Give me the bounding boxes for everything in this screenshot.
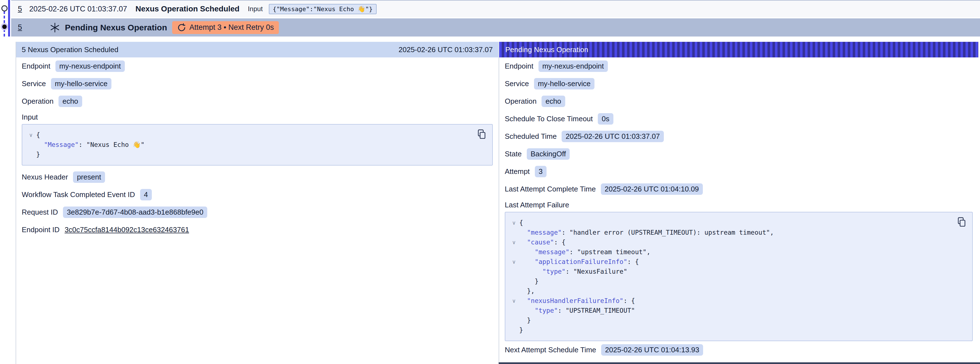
pending-panel-header: Pending Nexus Operation: [499, 42, 978, 57]
field-state-value: BackingOff: [527, 148, 570, 160]
field-last-attempt-complete-time-value: 2025-02-26 UTC 01:04:10.09: [601, 184, 703, 195]
field-endpoint: Endpoint my-nexus-endpoint: [22, 57, 493, 75]
endpoint-id-link[interactable]: 3c0c75ccfa8144b092c13ce632463761: [65, 225, 189, 234]
code-gutter: [509, 247, 519, 257]
field-endpoint-value: my-nexus-endpoint: [56, 61, 125, 72]
field-operation-value: echo: [541, 96, 565, 107]
event-detail-panels: 5 Nexus Operation Scheduled 2025-02-26 U…: [16, 42, 978, 364]
field-wft-completed-event-id-value: 4: [140, 189, 152, 200]
timeline-event-marker-icon: [2, 5, 8, 11]
field-request-id: Request ID 3e829b7e-7d67-4b08-aad3-b1e86…: [22, 203, 493, 221]
field-schedule-to-close-timeout-value: 0s: [598, 113, 613, 125]
scheduled-detail-panel: 5 Nexus Operation Scheduled 2025-02-26 U…: [16, 42, 498, 364]
code-gutter: [25, 150, 36, 160]
field-nexus-header: Nexus Header present: [22, 168, 493, 186]
field-service-value: my-hello-service: [534, 78, 595, 89]
code-line-text: "applicationFailureInfo": {: [519, 257, 639, 267]
pending-id-link[interactable]: 5: [18, 23, 22, 32]
input-code-block: ∨{ "Message": "Nexus Echo 👋"}: [22, 124, 493, 166]
collapse-chevron-icon[interactable]: ∨: [509, 296, 519, 306]
field-schedule-to-close-timeout: Schedule To Close Timeout 0s: [505, 110, 973, 128]
field-next-attempt-schedule-time: Next Attempt Schedule Time 2025-02-26 UT…: [505, 341, 973, 359]
field-attempt: Attempt 3: [505, 163, 973, 180]
code-line-text: "cause": {: [519, 238, 565, 247]
code-gutter: [509, 316, 519, 325]
field-operation-value: echo: [59, 96, 82, 107]
field-operation: Operation echo: [505, 93, 973, 110]
input-label: Input: [248, 5, 262, 13]
field-last-attempt-complete-time: Last Attempt Complete Time 2025-02-26 UT…: [505, 180, 973, 198]
code-line-text: }: [519, 316, 531, 325]
field-operation: Operation echo: [22, 93, 493, 110]
code-line-text: "type": "UPSTREAM_TIMEOUT": [519, 306, 635, 316]
code-line-text: {: [36, 130, 40, 140]
field-endpoint-value: my-nexus-endpoint: [538, 61, 608, 72]
code-gutter: [509, 228, 519, 238]
retry-icon: [177, 23, 186, 32]
pending-title: Pending Nexus Operation: [65, 23, 167, 32]
field-scheduled-time-value: 2025-02-26 UTC 01:03:37.07: [562, 131, 663, 142]
copy-icon[interactable]: [956, 217, 967, 228]
event-timestamp: 2025-02-26 UTC 01:03:37.07: [29, 5, 127, 13]
attempts-badge: Attempt 3 • Next Retry 0s: [172, 21, 279, 34]
scheduled-panel-header: 5 Nexus Operation Scheduled 2025-02-26 U…: [16, 42, 498, 57]
timeline-accent-bar: [8, 0, 10, 37]
pending-detail-panel: Pending Nexus Operation Endpoint my-nexu…: [499, 42, 978, 364]
event-title: Nexus Operation Scheduled: [135, 5, 239, 13]
code-line-text: "type": "NexusFailure": [519, 267, 627, 276]
code-line-text: {: [519, 218, 523, 228]
field-service: Service my-hello-service: [22, 75, 493, 93]
collapse-chevron-icon[interactable]: ∨: [509, 218, 519, 228]
code-line-text: },: [519, 286, 535, 296]
pending-asterisk-icon: [49, 22, 60, 33]
field-wft-completed-event-id: Workflow Task Completed Event ID 4: [22, 186, 493, 203]
code-line-text: "message": "upstream timeout",: [519, 247, 651, 257]
field-attempt-value: 3: [535, 166, 547, 177]
copy-icon[interactable]: [477, 129, 487, 140]
field-nexus-header-value: present: [73, 171, 105, 183]
code-gutter: [509, 325, 519, 335]
attempts-badge-text: Attempt 3 • Next Retry 0s: [189, 23, 274, 32]
collapse-chevron-icon[interactable]: ∨: [25, 130, 36, 140]
timeline-current-marker-icon: [1, 23, 8, 30]
next-section-edge: [499, 362, 980, 364]
code-line-text: "Message": "Nexus Echo 👋": [36, 140, 145, 150]
input-section-label: Input: [22, 110, 493, 124]
collapse-chevron-icon[interactable]: ∨: [509, 257, 519, 267]
event-row-scheduled[interactable]: 5 2025-02-26 UTC 01:03:37.07 Nexus Opera…: [11, 0, 980, 17]
code-line-text: }: [519, 276, 538, 286]
code-line-text: "nexusHandlerFailureInfo": {: [519, 296, 635, 306]
code-gutter: [25, 140, 36, 150]
pending-panel-title: Pending Nexus Operation: [505, 45, 588, 54]
code-gutter: [509, 276, 519, 286]
event-id-link[interactable]: 5: [18, 5, 22, 13]
code-gutter: [509, 267, 519, 276]
field-endpoint: Endpoint my-nexus-endpoint: [505, 57, 973, 75]
code-line-text: }: [36, 150, 40, 160]
last-attempt-failure-label: Last Attempt Failure: [505, 198, 973, 212]
scheduled-panel-timestamp: 2025-02-26 UTC 01:03:37.07: [399, 45, 493, 54]
scheduled-panel-title: 5 Nexus Operation Scheduled: [22, 45, 118, 54]
code-line-text: "message": "handler error (UPSTREAM_TIME…: [519, 228, 774, 238]
code-gutter: [509, 286, 519, 296]
input-preview-badge: {"Message":"Nexus Echo 👋"}: [269, 4, 377, 14]
field-endpoint-id: Endpoint ID 3c0c75ccfa8144b092c13ce63246…: [22, 221, 493, 239]
field-request-id-value: 3e829b7e-7d67-4b08-aad3-b1e868bfe9e0: [63, 206, 207, 218]
event-row-pending[interactable]: 5 Pending Nexus Operation Attempt 3 • Ne…: [11, 18, 980, 37]
field-service-value: my-hello-service: [51, 78, 111, 89]
collapse-chevron-icon[interactable]: ∨: [509, 238, 519, 247]
field-service: Service my-hello-service: [505, 75, 973, 93]
code-gutter: [509, 306, 519, 316]
field-scheduled-time: Scheduled Time 2025-02-26 UTC 01:03:37.0…: [505, 128, 973, 145]
field-next-attempt-schedule-time-value: 2025-02-26 UTC 01:04:13.93: [601, 344, 703, 356]
failure-code-block: ∨{ "message": "handler error (UPSTREAM_T…: [505, 212, 973, 341]
field-state: State BackingOff: [505, 145, 973, 163]
code-line-text: }: [519, 325, 523, 335]
